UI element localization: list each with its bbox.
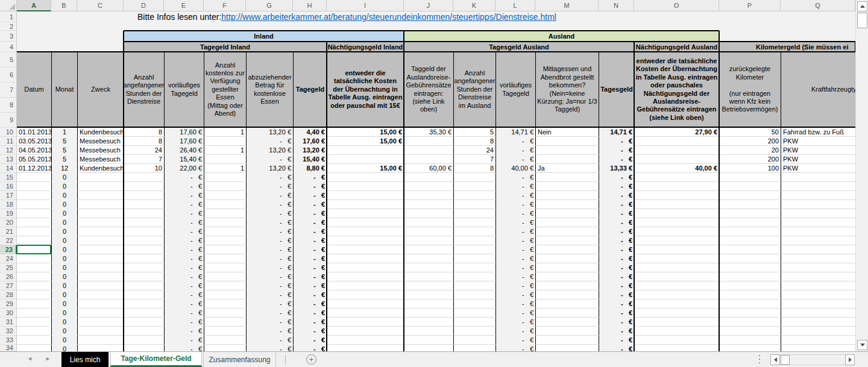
cell-O14[interactable]: 40,00 €: [634, 164, 719, 173]
cell-K34[interactable]: [453, 345, 495, 351]
cell-E20[interactable]: - €: [164, 218, 204, 227]
cell-M16[interactable]: [535, 182, 599, 191]
cell-E14[interactable]: 22,00 €: [164, 164, 204, 173]
row-header-11[interactable]: 11: [0, 137, 17, 146]
cell-J29[interactable]: [404, 300, 453, 309]
cell-D23[interactable]: [124, 245, 164, 254]
cell-D10[interactable]: 8: [124, 128, 164, 137]
cell-G34[interactable]: - €: [246, 345, 293, 351]
cell-Q34[interactable]: [781, 345, 855, 351]
cell-G21[interactable]: - €: [246, 227, 293, 236]
row-header-20[interactable]: 20: [0, 218, 17, 227]
cell-G16[interactable]: - €: [246, 182, 293, 191]
cell-O13[interactable]: [634, 155, 719, 164]
cell-I28[interactable]: [327, 290, 404, 300]
cell-B17[interactable]: 0: [51, 191, 77, 200]
sheet-tab-zusammenfassung[interactable]: Zusammenfassung: [203, 352, 276, 367]
cell-N21[interactable]: - €: [599, 227, 634, 236]
cell-C33[interactable]: [77, 336, 124, 345]
cell-J12[interactable]: [404, 146, 453, 155]
cell-K11[interactable]: 8: [453, 137, 495, 146]
cell-M29[interactable]: [535, 300, 599, 309]
cell-Q31[interactable]: [781, 318, 855, 327]
column-header-O[interactable]: O: [634, 0, 719, 11]
cell-D13[interactable]: 7: [124, 155, 164, 164]
vertical-scroll-thumb[interactable]: [857, 13, 867, 28]
cell-M15[interactable]: [535, 173, 599, 182]
cell-E21[interactable]: - €: [164, 227, 204, 236]
cell-I20[interactable]: [327, 218, 404, 227]
cell-Q19[interactable]: [781, 209, 855, 218]
cell-C31[interactable]: [77, 318, 124, 327]
cell-B23[interactable]: 0: [51, 245, 77, 254]
cell-H32[interactable]: - €: [293, 327, 327, 336]
cell-O31[interactable]: [634, 318, 719, 327]
row-header-26[interactable]: 26: [0, 272, 17, 281]
cell-E32[interactable]: - €: [164, 327, 204, 336]
cell-Q18[interactable]: [781, 200, 855, 209]
cell-C11[interactable]: Messebesuch: [77, 137, 124, 146]
cell-G22[interactable]: - €: [246, 236, 293, 245]
cell-M25[interactable]: [535, 263, 599, 272]
cell-I23[interactable]: [327, 245, 404, 254]
cell-I14[interactable]: 15,00 €: [327, 164, 404, 173]
column-header-Q[interactable]: Q: [781, 0, 855, 11]
cell-L15[interactable]: - €: [495, 173, 535, 182]
row-header-13[interactable]: 13: [0, 155, 17, 164]
cell-J27[interactable]: [404, 281, 453, 290]
cell-Q25[interactable]: [781, 263, 855, 272]
cell-C12[interactable]: Messebesuch: [77, 146, 124, 155]
cell-D33[interactable]: [124, 336, 164, 345]
column-header-M[interactable]: M: [535, 0, 599, 11]
cell-K17[interactable]: [453, 191, 495, 200]
cell-L14[interactable]: 40,00 €: [495, 164, 535, 173]
cell-J17[interactable]: [404, 191, 453, 200]
cell-O21[interactable]: [634, 227, 719, 236]
column-header-G[interactable]: G: [246, 0, 293, 11]
cell-B13[interactable]: 5: [51, 155, 77, 164]
cell-M23[interactable]: [535, 245, 599, 254]
cell-B18[interactable]: 0: [51, 200, 77, 209]
cell-E25[interactable]: - €: [164, 263, 204, 272]
cell-F29[interactable]: [204, 300, 246, 309]
cell-I21[interactable]: [327, 227, 404, 236]
cell-N14[interactable]: 13,33 €: [599, 164, 634, 173]
cell-N19[interactable]: - €: [599, 209, 634, 218]
cell-K29[interactable]: [453, 300, 495, 309]
cell-F27[interactable]: [204, 281, 246, 290]
cell-O19[interactable]: [634, 209, 719, 218]
cell-M26[interactable]: [535, 272, 599, 281]
cell-F26[interactable]: [204, 272, 246, 281]
cell-K21[interactable]: [453, 227, 495, 236]
cell-L17[interactable]: - €: [495, 191, 535, 200]
cell-K19[interactable]: [453, 209, 495, 218]
cell-E17[interactable]: - €: [164, 191, 204, 200]
cell-F32[interactable]: [204, 327, 246, 336]
cell-H19[interactable]: - €: [293, 209, 327, 218]
cell-J26[interactable]: [404, 272, 453, 281]
cell-H21[interactable]: - €: [293, 227, 327, 236]
cell-A34[interactable]: [17, 345, 51, 351]
cell-E12[interactable]: 26,40 €: [164, 146, 204, 155]
cell-M18[interactable]: [535, 200, 599, 209]
cell-C22[interactable]: [77, 236, 124, 245]
column-header-K[interactable]: K: [453, 0, 495, 11]
cell-J31[interactable]: [404, 318, 453, 327]
row-header-6[interactable]: 6: [0, 67, 17, 83]
cell-P30[interactable]: [719, 309, 781, 318]
cell-Q16[interactable]: [781, 182, 855, 191]
column-title-B[interactable]: Monat: [51, 52, 77, 127]
cell-B12[interactable]: 5: [51, 146, 77, 155]
cell-C30[interactable]: [77, 309, 124, 318]
cell-E16[interactable]: - €: [164, 182, 204, 191]
cell-C23[interactable]: [77, 245, 124, 254]
cell-N15[interactable]: - €: [599, 173, 634, 182]
cell-I19[interactable]: [327, 209, 404, 218]
cell-G25[interactable]: - €: [246, 263, 293, 272]
row-header-18[interactable]: 18: [0, 200, 17, 209]
cell-A26[interactable]: [17, 272, 51, 281]
cell-Q12[interactable]: PKW: [781, 146, 855, 155]
cell-H26[interactable]: - €: [293, 272, 327, 281]
cell-I33[interactable]: [327, 336, 404, 345]
cell-K27[interactable]: [453, 281, 495, 290]
